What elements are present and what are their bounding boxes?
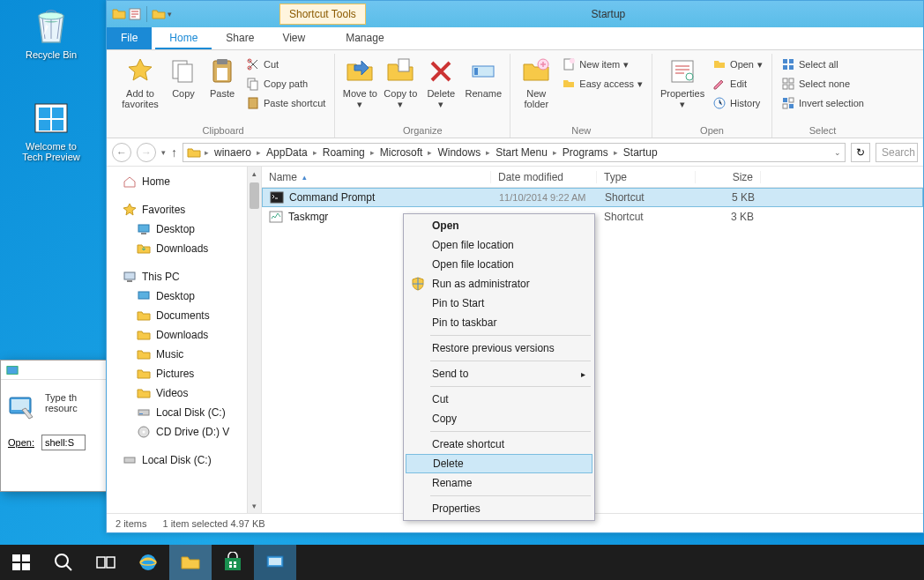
taskbar-store[interactable] bbox=[212, 545, 254, 580]
sidebar-item-thispc[interactable]: This PC bbox=[107, 267, 261, 286]
sidebar-item-pictures[interactable]: Pictures bbox=[107, 364, 261, 383]
menu-open[interactable]: Open bbox=[406, 216, 592, 235]
add-to-favorites-button[interactable]: Add to favorites bbox=[117, 54, 163, 113]
recent-locations-icon[interactable]: ▾ bbox=[161, 148, 166, 157]
sidebar-item-downloads2[interactable]: Downloads bbox=[107, 325, 261, 345]
up-button[interactable]: ↑ bbox=[171, 145, 177, 160]
scrollbar-thumb[interactable] bbox=[250, 182, 259, 209]
column-size[interactable]: Size bbox=[696, 171, 761, 183]
menu-rename[interactable]: Rename bbox=[406, 473, 592, 493]
breadcrumb-item[interactable]: Windows bbox=[436, 146, 482, 159]
select-none-button[interactable]: Select none bbox=[778, 75, 868, 93]
search-button[interactable] bbox=[42, 545, 85, 580]
menu-open-file-location-2[interactable]: Open file location bbox=[406, 255, 592, 274]
ribbon-group-new: New folder New item ▾ Easy access ▾ New bbox=[510, 54, 652, 138]
sidebar-item-local-disk-c[interactable]: Local Disk (C:) bbox=[107, 403, 261, 422]
copy-button[interactable]: Copy bbox=[165, 54, 202, 102]
context-menu: Open Open file location Open file locati… bbox=[403, 213, 595, 521]
breadcrumb-item[interactable]: AppData bbox=[265, 146, 309, 159]
new-item-button[interactable]: New item ▾ bbox=[558, 56, 646, 73]
sidebar-item-music[interactable]: Music bbox=[107, 345, 261, 364]
column-type[interactable]: Type bbox=[597, 171, 696, 183]
paste-shortcut-button[interactable]: Paste shortcut bbox=[242, 94, 329, 112]
breadcrumb-item[interactable]: winaero bbox=[212, 146, 253, 159]
invert-selection-button[interactable]: Invert selection bbox=[778, 94, 868, 112]
desktop-icon-tech-preview[interactable]: Welcome to Tech Preview bbox=[18, 97, 85, 162]
column-name[interactable]: Name ▴ bbox=[262, 171, 491, 183]
menu-copy[interactable]: Copy bbox=[406, 409, 592, 428]
tab-view[interactable]: View bbox=[268, 27, 319, 49]
menu-run-as-admin[interactable]: Run as administrator bbox=[406, 274, 592, 294]
breadcrumb-item[interactable]: Start Menu bbox=[494, 146, 549, 159]
svg-rect-65 bbox=[229, 565, 232, 568]
copy-path-button[interactable]: Copy path bbox=[242, 75, 329, 93]
titlebar[interactable]: ▾ Shortcut Tools Startup bbox=[107, 1, 923, 27]
folder-small-icon[interactable] bbox=[152, 7, 166, 21]
menu-pin-to-start[interactable]: Pin to Start bbox=[406, 294, 592, 313]
run-dialog-titlebar[interactable] bbox=[1, 361, 117, 380]
file-row[interactable]: Command Prompt 11/10/2014 9:22 AM Shortc… bbox=[262, 188, 923, 207]
menu-properties[interactable]: Properties bbox=[406, 499, 592, 518]
svg-rect-22 bbox=[474, 68, 478, 75]
sidebar-item-desktop2[interactable]: Desktop bbox=[107, 286, 261, 306]
sidebar-item-favorites[interactable]: Favorites bbox=[107, 200, 261, 219]
sidebar-item-cd-drive[interactable]: CD Drive (D:) V bbox=[107, 422, 261, 442]
refresh-button[interactable]: ↻ bbox=[851, 143, 870, 162]
breadcrumb[interactable]: ▸ winaero▸ AppData▸ Roaming▸ Microsoft▸ … bbox=[183, 143, 846, 162]
paste-button[interactable]: Paste bbox=[204, 54, 241, 102]
menu-restore-previous[interactable]: Restore previous versions bbox=[406, 338, 592, 358]
start-button[interactable] bbox=[0, 545, 42, 580]
svg-rect-62 bbox=[225, 558, 241, 570]
ribbon-group-open: Properties ▾ Open ▾ Edit History Open bbox=[652, 54, 772, 138]
properties-icon[interactable] bbox=[128, 7, 142, 21]
menu-pin-to-taskbar[interactable]: Pin to taskbar bbox=[406, 313, 592, 332]
scroll-down-icon[interactable]: ▾ bbox=[248, 499, 261, 513]
breadcrumb-item[interactable]: Startup bbox=[622, 146, 659, 159]
run-dialog: Type th resourc Open: bbox=[0, 360, 118, 492]
scroll-up-icon[interactable]: ▴ bbox=[248, 167, 261, 181]
sidebar-scrollbar[interactable]: ▴ ▾ bbox=[247, 167, 261, 513]
new-folder-button[interactable]: New folder bbox=[516, 54, 556, 113]
sidebar-item-local-disk-c2[interactable]: Local Disk (C:) bbox=[107, 450, 261, 470]
search-input[interactable]: Search bbox=[876, 143, 918, 162]
edit-button[interactable]: Edit bbox=[709, 75, 766, 93]
forward-button[interactable]: → bbox=[137, 143, 156, 162]
sidebar-item-desktop[interactable]: Desktop bbox=[107, 219, 261, 239]
desktop-icon-recycle-bin[interactable]: Recycle Bin bbox=[18, 5, 85, 60]
cut-button[interactable]: Cut bbox=[242, 56, 329, 73]
history-button[interactable]: History bbox=[709, 94, 766, 112]
chevron-down-icon[interactable]: ⌄ bbox=[834, 148, 841, 157]
select-all-button[interactable]: Select all bbox=[778, 56, 868, 73]
sidebar-item-downloads[interactable]: Downloads bbox=[107, 239, 261, 258]
chevron-down-icon[interactable]: ▾ bbox=[168, 10, 172, 19]
taskbar-ie[interactable] bbox=[127, 545, 169, 580]
sidebar-item-videos[interactable]: Videos bbox=[107, 383, 261, 403]
delete-button[interactable]: Delete ▾ bbox=[421, 54, 460, 113]
menu-open-file-location[interactable]: Open file location bbox=[406, 235, 592, 255]
taskbar-run[interactable] bbox=[254, 545, 296, 580]
tab-share[interactable]: Share bbox=[212, 27, 268, 49]
sidebar-item-documents[interactable]: Documents bbox=[107, 306, 261, 325]
tab-file[interactable]: File bbox=[107, 27, 152, 49]
menu-create-shortcut[interactable]: Create shortcut bbox=[406, 435, 592, 454]
tab-manage[interactable]: Manage bbox=[332, 27, 398, 49]
menu-delete[interactable]: Delete bbox=[406, 454, 592, 473]
taskbar-explorer[interactable] bbox=[169, 545, 212, 580]
properties-button[interactable]: Properties ▾ bbox=[658, 54, 707, 113]
back-button[interactable]: ← bbox=[112, 143, 131, 162]
move-to-button[interactable]: Move to ▾ bbox=[340, 54, 379, 113]
tab-home[interactable]: Home bbox=[155, 27, 212, 49]
menu-send-to[interactable]: Send to▸ bbox=[406, 364, 592, 383]
rename-button[interactable]: Rename bbox=[462, 54, 504, 102]
breadcrumb-item[interactable]: Roaming bbox=[321, 146, 367, 159]
breadcrumb-item[interactable]: Microsoft bbox=[378, 146, 425, 159]
run-open-input[interactable] bbox=[41, 435, 86, 450]
column-date[interactable]: Date modified bbox=[491, 171, 597, 183]
copy-to-button[interactable]: Copy to ▾ bbox=[381, 54, 420, 113]
sidebar-item-home[interactable]: Home bbox=[107, 172, 261, 191]
easy-access-button[interactable]: Easy access ▾ bbox=[558, 75, 646, 93]
open-button[interactable]: Open ▾ bbox=[709, 56, 766, 73]
breadcrumb-item[interactable]: Programs bbox=[561, 146, 610, 159]
task-view-button[interactable] bbox=[85, 545, 127, 580]
menu-cut[interactable]: Cut bbox=[406, 390, 592, 409]
